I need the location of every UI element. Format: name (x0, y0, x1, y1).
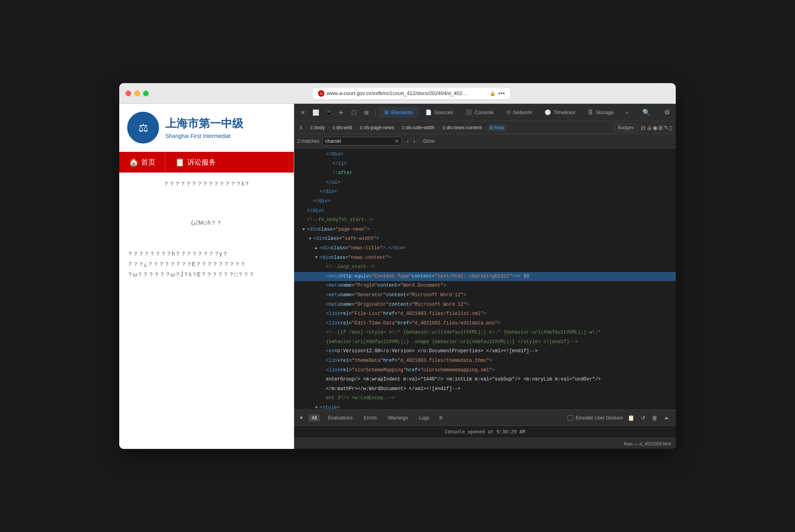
nav-home-label: 首页 (141, 157, 155, 167)
triangle-icon[interactable] (301, 226, 307, 233)
tag-close: </li> (332, 160, 347, 169)
layout-icon-5[interactable]: ✎ (664, 124, 669, 131)
triangle-icon[interactable] (307, 235, 313, 243)
html-line: <link rel="themeData" href="d_4021003.fi… (294, 356, 676, 366)
breadcrumb-newscontent[interactable]: E div.news-content (440, 124, 485, 131)
nav-item-home[interactable]: 🏠 首页 (119, 152, 165, 173)
breadcrumb-safewidth[interactable]: E div.safe-width (400, 124, 437, 131)
equals: = (333, 225, 335, 234)
breadcrumb-divweb-text: div.web (336, 125, 352, 130)
nav-item-service[interactable]: 📋 诉讼服务 (165, 152, 225, 173)
tab-timelines[interactable]: 🕐 Timelines (539, 107, 581, 118)
layout-icon-1[interactable]: ⊟ (641, 124, 646, 131)
breadcrumb-meta-text: meta (493, 125, 504, 130)
layout-button[interactable]: ⊞ (361, 107, 372, 118)
search-devtools-button[interactable]: 🔍 (641, 107, 652, 118)
triangle-icon[interactable] (313, 254, 320, 261)
garbled-line: ？？？¿？？？？？？？？Ε？？？？？？？？？ (127, 261, 286, 268)
tab-sources[interactable]: 📄 Sources (420, 107, 459, 118)
elements-panel[interactable]: </div> </li> ::after </ (294, 148, 676, 410)
attr-value: "text/html; charset=gb2312" (435, 272, 512, 281)
tab-console[interactable]: ⬛ Console (460, 107, 499, 118)
more-icon[interactable]: ••• (498, 90, 505, 97)
triangle-icon[interactable] (313, 245, 320, 252)
console-tab-evaluations[interactable]: Evaluations (325, 414, 356, 421)
tag-close: </div> (307, 207, 324, 216)
settings-devtools-button[interactable]: ⚙ (661, 107, 673, 118)
tag-open: < (320, 244, 322, 253)
console-tab-errors[interactable]: Errors (361, 414, 380, 421)
court-name: 上海市第一中级 (165, 116, 243, 131)
attr-name: content (378, 282, 398, 290)
html-line: <div class="page-news" > (294, 225, 676, 235)
console-copy-button[interactable]: 📋 (626, 413, 636, 423)
html-line: <div class="news-title" >…</div> (294, 244, 676, 253)
elements-label: Elements (391, 109, 413, 115)
search-input-wrapper: ✕ (322, 137, 402, 146)
console-collapse-button[interactable]: ⏶ (662, 413, 671, 423)
breadcrumb-divweb[interactable]: E div.web (330, 124, 355, 131)
breadcrumb-meta[interactable]: E meta (487, 124, 506, 131)
layout-icon-3[interactable]: ◉ (653, 124, 657, 131)
triangle-icon[interactable] (313, 404, 320, 410)
html-line: </div> (294, 187, 676, 197)
search-clear-button[interactable]: ✕ (394, 138, 399, 144)
device-button[interactable]: 📱 (323, 107, 334, 118)
attr-name: content (412, 272, 432, 281)
breadcrumb-pagenews[interactable]: E div.page-news (358, 124, 397, 131)
equals: = (345, 254, 348, 262)
maximize-button[interactable] (143, 91, 149, 96)
url-text: www.a-court.gov.cn/xxfb/no1court_412/doc… (327, 90, 467, 96)
search-done-button[interactable]: Done (420, 138, 438, 145)
webpage-area: ⚖ 上海市第一中级 Shanghai First Intermediat 🏠 首… (119, 104, 294, 449)
search-next-button[interactable]: › (412, 137, 417, 145)
close-devtools-button[interactable]: ✕ (297, 107, 308, 118)
console-tab-all[interactable]: All (308, 414, 320, 421)
close-button[interactable] (126, 91, 131, 96)
garbled-line: ？？？？？？？？？？？？？？λ？ (127, 181, 286, 188)
breadcrumb-e[interactable]: E (297, 124, 305, 131)
search-prev-button[interactable]: ‹ (405, 137, 410, 145)
html-line: </div> (294, 197, 676, 206)
breadcrumb-divweb-tag: E (333, 125, 335, 130)
search-nav-buttons: ‹ › (405, 137, 417, 145)
attr-value: "Content-Type" (372, 272, 412, 281)
inspect-button[interactable]: ⬜ (310, 107, 321, 118)
attr-name: name (340, 282, 352, 290)
selected-html-line[interactable]: <meta http-equiv="Content-Type" content=… (294, 272, 676, 282)
console-refresh-button[interactable]: ↺ (639, 413, 647, 423)
minimize-button[interactable] (134, 91, 140, 96)
tag-name: div (322, 254, 331, 262)
search-input[interactable] (325, 138, 393, 144)
badges-button[interactable]: Badges (614, 124, 638, 132)
breadcrumb-body-text: body (314, 125, 325, 130)
tab-elements[interactable]: ⊞ Elements (379, 107, 418, 118)
emulate-gesture-checkbox[interactable] (568, 415, 573, 421)
dock-button[interactable]: ☐ (348, 107, 359, 118)
console-filter-dropdown[interactable]: ▼ (299, 415, 304, 421)
html-line: <!--[if !mso] <style> v\:* {behavior:url… (294, 328, 676, 338)
filter-icon-btn[interactable]: ≡ (437, 413, 444, 423)
tag-open: < (326, 282, 329, 290)
breadcrumb-sep-2: › (328, 125, 330, 130)
breadcrumb-sep-5: › (438, 125, 440, 130)
breadcrumb-body[interactable]: E body (308, 124, 327, 131)
layout-icon-2[interactable]: 🖨 (646, 124, 652, 131)
url-box[interactable]: ⚖ www.a-court.gov.cn/xxfb/no1court_412/d… (312, 87, 511, 100)
tag-close-bracket: > (512, 272, 515, 281)
network-icon: ⊙ (506, 109, 511, 115)
console-tab-warnings[interactable]: Warnings (385, 414, 411, 421)
pointer-button[interactable]: ✛ (335, 107, 347, 118)
tab-storage[interactable]: 🗄 Storage (582, 107, 619, 118)
equals: = (345, 244, 348, 253)
layout-icon-4[interactable]: ⊞ (658, 124, 663, 131)
browser-content: ⚖ 上海市第一中级 Shanghai First Intermediat 🏠 首… (119, 104, 676, 449)
console-clear-button[interactable]: 🗑 (650, 413, 659, 423)
layout-icon-6[interactable]: ▯ (669, 124, 673, 131)
console-tab-logs[interactable]: Logs (416, 414, 432, 421)
timelines-label: Timelines (553, 109, 575, 115)
storage-icon: 🗄 (588, 109, 593, 115)
more-tabs-button[interactable]: » (622, 108, 632, 117)
browser-window: ⚖ www.a-court.gov.cn/xxfb/no1court_412/d… (119, 83, 676, 449)
tab-network[interactable]: ⊙ Network (501, 107, 538, 118)
